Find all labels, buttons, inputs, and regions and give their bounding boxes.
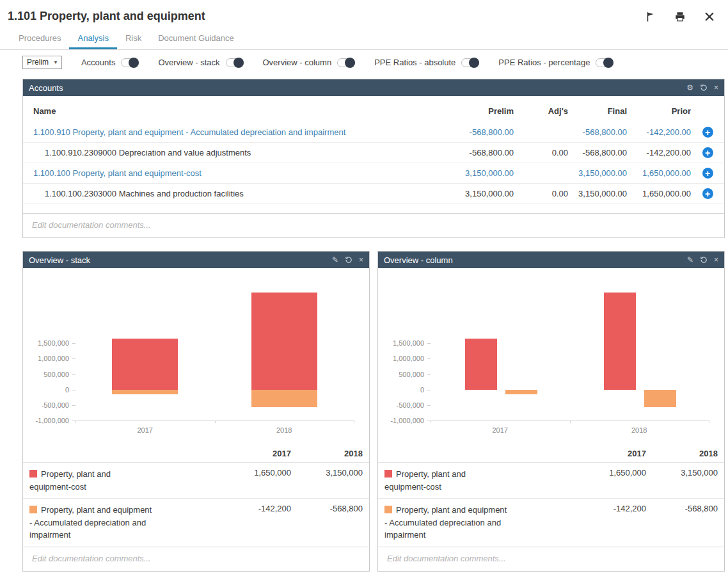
account-name: 1.100.100.2303000 Machines and productio… [23,184,440,204]
account-link[interactable]: 1.100.100 Property, plant and equipment-… [33,168,202,178]
panel-icon-group: ✎ × [687,256,718,264]
documentation-comments-input[interactable]: Edit documentation comments... [378,547,724,571]
document-actions [645,11,718,22]
y-tick-mark [72,390,75,390]
toggle-knob [233,58,244,68]
series-value: 3,150,000 [646,468,718,493]
toggle-label: PPE Ratios - percentage [498,58,590,67]
edit-icon[interactable]: ✎ [687,256,693,264]
close-icon[interactable]: × [714,84,718,92]
prior-value: -142,200.00 [627,122,691,143]
toggle-ppe-ratios-percentage[interactable]: PPE Ratios - percentage [498,58,613,67]
bar-series1-2018 [251,390,317,407]
table-row: 1.100.100 Property, plant and equipment-… [23,163,724,184]
history-icon[interactable] [345,256,352,264]
prior-value: 1,650,000.00 [627,184,691,204]
column-header-prelim: Prelim [440,99,514,122]
overview-stack-panel: Overview - stack ✎ × 1,500,0001,000,0005… [22,251,370,572]
x-tick-mark [354,421,354,423]
series-name: Property, plant and equipment - Accumula… [384,505,507,540]
flag-icon[interactable] [645,11,656,22]
toggle-switch[interactable] [121,58,139,67]
column-header-actions [691,99,724,122]
accounts-panel-header: Accounts ⚙ × [23,79,724,96]
x-tick-mark [570,421,571,423]
x-tick-mark [709,421,709,423]
column-header-name: Name [23,99,440,122]
tab-document-guidance[interactable]: Document Guidance [150,28,242,49]
y-tick-label: -500,000 [397,401,424,409]
x-tick-mark [431,421,431,423]
toggle-switch[interactable] [337,58,355,67]
x-tick-mark [215,421,216,423]
close-icon[interactable]: × [714,256,718,264]
final-value: -568,800.00 [568,122,627,143]
legend-year-header: 2017 [219,449,291,458]
toggle-label: Overview - column [263,58,332,67]
toggle-accounts[interactable]: Accounts [81,58,139,67]
chart-panel-header: Overview - column ✎ × [378,252,724,268]
tab-analysis[interactable]: Analysis [69,28,116,49]
toggle-overview-stack[interactable]: Overview - stack [158,58,243,67]
final-value: 3,150,000.00 [568,184,627,204]
add-annotation-button[interactable]: + [702,188,713,199]
history-icon[interactable] [700,84,708,92]
toggle-overview-column[interactable]: Overview - column [263,58,356,67]
x-category-label: 2017 [120,426,171,434]
close-icon[interactable]: × [359,256,363,264]
print-icon[interactable] [674,11,686,22]
toggle-label: Overview - stack [158,58,219,67]
chart-plot: 1,500,0001,000,000500,0000-500,000-1,000… [23,268,369,441]
toggle-knob [345,58,355,68]
document-page: 1.101 Property, plant and equipment Proc… [0,0,728,575]
series-value: 1,650,000 [219,468,291,493]
panel-icon-group: ✎ × [332,256,363,264]
y-tick-mark [427,358,431,359]
edit-icon[interactable]: ✎ [332,256,338,264]
account-link[interactable]: 1.100.910 Property, plant and equipment … [33,127,345,137]
settings-icon[interactable]: ⚙ [686,84,693,92]
history-icon[interactable] [700,256,708,264]
series-swatch [29,470,37,478]
panel-icon-group: ⚙ × [686,84,718,92]
period-dropdown[interactable]: Prelim ▼ [22,56,62,69]
table-row: 1.100.910 Property, plant and equipment … [23,122,724,143]
final-value: -568,800.00 [568,143,627,163]
legend-year-header: 2018 [291,449,363,458]
prior-value: 1,650,000.00 [627,163,691,184]
panel-title: Overview - stack [29,255,332,265]
add-annotation-button[interactable]: + [702,147,713,158]
toggle-ppe-ratios-absolute[interactable]: PPE Ratios - absolute [374,58,479,67]
adjs-value: 0.00 [514,184,568,204]
tab-risk[interactable]: Risk [117,28,150,49]
legend-row: Property, plant and equipment - Accumula… [378,498,724,547]
documentation-comments-input[interactable]: Edit documentation comments... [23,547,369,571]
prelim-value: 3,150,000.00 [440,163,514,184]
analysis-toolbar: Prelim ▼ Accounts Overview - stack Overv… [0,50,728,75]
chart-panel-header: Overview - stack ✎ × [23,252,369,268]
charts-row: Overview - stack ✎ × 1,500,0001,000,0005… [22,251,725,572]
legend-header-row: 2017 2018 [378,441,724,462]
bar-series0-2017 [112,339,178,390]
series-name: Property, plant and equipment-cost [29,469,111,492]
tools-icon[interactable] [704,11,715,22]
toggle-switch[interactable] [461,58,479,67]
bar-series0-2018 [604,293,636,390]
prelim-value: 3,150,000.00 [440,184,514,204]
toggle-label: PPE Ratios - absolute [374,58,455,67]
toggle-switch[interactable] [226,58,244,67]
documentation-comments-input[interactable]: Edit documentation comments... [23,213,724,237]
y-tick-mark [427,390,431,390]
toggle-switch[interactable] [596,58,613,67]
chevron-down-icon: ▼ [53,60,58,65]
add-annotation-button[interactable]: + [702,127,713,138]
series-value: 3,150,000 [291,468,363,493]
page-title: 1.101 Property, plant and equipment [8,10,205,23]
y-tick-label: 1,500,000 [393,339,424,347]
bar-series1-2018 [644,390,676,407]
x-category-label: 2017 [475,426,526,434]
legend-row: Property, plant and equipment-cost 1,650… [23,462,369,498]
tab-procedures[interactable]: Procedures [10,28,69,49]
add-annotation-button[interactable]: + [702,168,713,179]
column-header-adjs: Adj's [514,99,568,122]
